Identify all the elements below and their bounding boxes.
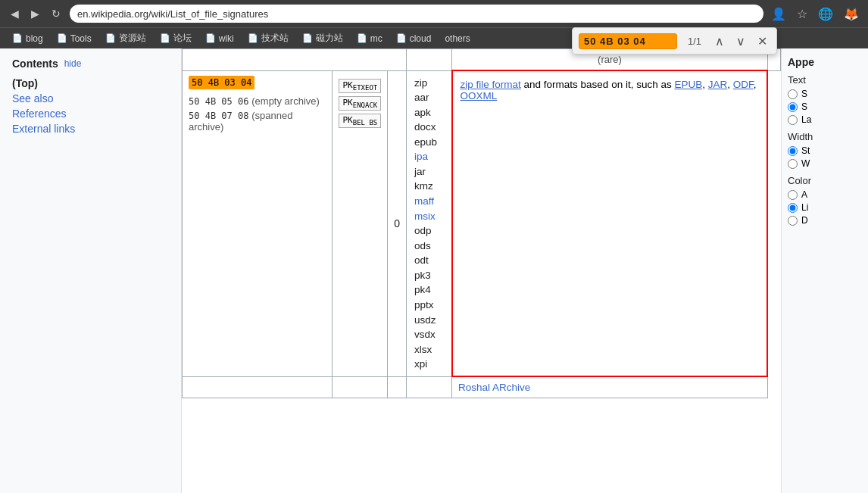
bookmark-tools[interactable]: 📄 Tools xyxy=(51,32,98,45)
find-input[interactable] xyxy=(579,33,677,49)
toc-link-seealso[interactable]: See also xyxy=(12,92,53,105)
width-option-1-label: St xyxy=(801,145,810,156)
extension-item: vsdx xyxy=(414,327,444,342)
toc-item-externallinks[interactable]: External links xyxy=(12,123,169,135)
desc-text: , xyxy=(727,79,733,90)
desc-link[interactable]: OOXML xyxy=(461,90,498,101)
bookmark-cloud[interactable]: 📄 cloud xyxy=(390,32,438,45)
right-panel: Appe Text S S La Width St W xyxy=(781,48,868,493)
page-layout: Contents hide (Top) See also References … xyxy=(0,48,868,493)
folder-icon: 📄 xyxy=(57,33,67,43)
extensions-cell: zipaarapkdocxepubipajarkmzmaffmsixodpods… xyxy=(407,70,452,376)
bookmark-label: Tools xyxy=(70,33,92,44)
bookmark-label: others xyxy=(445,33,470,44)
bookmark-luntan[interactable]: 📄 论坛 xyxy=(154,30,198,46)
right-panel-title: Appe xyxy=(788,56,862,68)
bookmark-label: wiki xyxy=(219,33,234,44)
color-section-label: Color xyxy=(788,175,862,186)
desc-link[interactable]: EPUB xyxy=(674,79,702,90)
toc-link-references[interactable]: References xyxy=(12,108,67,120)
pk-label-3: PKBEL BS xyxy=(339,114,381,128)
desc-link[interactable]: zip file format xyxy=(461,79,521,90)
bookmark-blog[interactable]: 📄 blog xyxy=(6,32,49,45)
nav-forward-button[interactable]: ▶ xyxy=(27,5,44,23)
hex-row2: 50 4B 05 06 xyxy=(189,96,248,107)
color-option-3-label: D xyxy=(801,215,808,226)
find-prev-button[interactable]: ∧ xyxy=(712,33,727,50)
extension-item[interactable]: maff xyxy=(414,194,444,209)
toc-header: Contents hide xyxy=(12,58,169,70)
rar-text-cell[interactable]: Roshal ARchive xyxy=(452,376,768,398)
extension-item: pptx xyxy=(414,298,444,313)
nav-back-button[interactable]: ◀ xyxy=(6,5,23,23)
toc-item-seealso[interactable]: See also xyxy=(12,92,169,105)
desc-text: and formats based on it, such as xyxy=(521,79,675,90)
bookmark-wiki[interactable]: 📄 wiki xyxy=(199,32,240,45)
find-next-button[interactable]: ∨ xyxy=(733,33,748,50)
color-option-1-label: A xyxy=(801,189,807,200)
find-close-button[interactable]: ✕ xyxy=(754,33,770,50)
extension-item: pk3 xyxy=(414,268,444,283)
toc-link-externallinks[interactable]: External links xyxy=(12,123,75,135)
nav-buttons: ◀ ▶ ↻ xyxy=(6,5,65,23)
text-option-1[interactable]: S xyxy=(788,89,862,99)
file-signatures-table: (rare) 50 4B 03 04 50 4B 05 06 (empty ar… xyxy=(182,48,781,398)
extension-icon[interactable]: 🦊 xyxy=(841,5,862,23)
color-option-2[interactable]: Li xyxy=(788,202,862,213)
color-radio-group: A Li D xyxy=(788,189,862,226)
bookmark-label: 资源站 xyxy=(119,32,146,45)
bookmark-label: 论坛 xyxy=(173,32,192,45)
desc-text: , xyxy=(754,79,757,90)
hex-sig-cell: 50 4B 03 04 50 4B 05 06 (empty archive) … xyxy=(183,70,333,376)
pk-label-1: PKETXEOT xyxy=(339,79,381,93)
color-option-1[interactable]: A xyxy=(788,189,862,200)
sidebar-toc: Contents hide (Top) See also References … xyxy=(0,48,182,493)
extension-item: apk xyxy=(414,105,444,120)
toc-link-top[interactable]: (Top) xyxy=(12,77,38,89)
text-section-label: Text xyxy=(788,74,862,86)
text-option-3-label: La xyxy=(801,114,811,125)
address-bar[interactable]: en.wikipedia.org/wiki/List_of_file_signa… xyxy=(70,5,763,23)
extension-item[interactable]: msix xyxy=(414,209,444,224)
bookmark-jishu[interactable]: 📄 技术站 xyxy=(242,30,295,46)
extension-item: aar xyxy=(414,90,444,105)
bookmark-others[interactable]: others xyxy=(439,32,476,45)
bookmark-mc[interactable]: 📄 mc xyxy=(351,32,389,45)
url-text: en.wikipedia.org/wiki/List_of_file_signa… xyxy=(77,8,268,20)
extension-item: jar xyxy=(414,164,444,179)
extension-item: odt xyxy=(414,253,444,268)
desc-link[interactable]: ODF xyxy=(733,79,754,90)
profile-icon[interactable]: 👤 xyxy=(768,5,789,23)
find-bar: 1/1 ∧ ∨ ✕ xyxy=(572,27,777,55)
browser-chrome: ◀ ▶ ↻ en.wikipedia.org/wiki/List_of_file… xyxy=(0,0,868,27)
bookmark-cili[interactable]: 📄 磁力站 xyxy=(296,30,349,46)
text-option-3[interactable]: La xyxy=(788,114,862,125)
extension-item[interactable]: ipa xyxy=(414,149,444,164)
toc-hide-button[interactable]: hide xyxy=(64,58,82,69)
extension-item: xpi xyxy=(414,357,444,372)
toc-item-top[interactable]: (Top) xyxy=(12,77,169,89)
nav-refresh-button[interactable]: ↻ xyxy=(47,5,65,23)
text-option-1-label: S xyxy=(801,89,807,99)
text-option-2-label: S xyxy=(801,101,807,112)
desc-link[interactable]: JAR xyxy=(708,79,728,90)
bookmark-star-icon[interactable]: ☆ xyxy=(794,5,810,23)
table-row-zip: 50 4B 03 04 50 4B 05 06 (empty archive) … xyxy=(183,70,781,376)
width-option-1[interactable]: St xyxy=(788,145,862,156)
width-option-2-label: W xyxy=(801,158,810,169)
extension-item: docx xyxy=(414,120,444,135)
extension-item: pk4 xyxy=(414,282,444,298)
bookmark-ziyuan[interactable]: 📄 资源站 xyxy=(99,30,152,46)
pk-label-2: PKENQACK xyxy=(339,96,381,111)
toc-item-references[interactable]: References xyxy=(12,108,169,120)
browser-icons: 👤 ☆ 🌐 🦊 xyxy=(768,5,862,23)
text-option-2[interactable]: S xyxy=(788,101,862,112)
hex-highlighted: 50 4B 03 04 xyxy=(189,76,254,89)
globe-icon[interactable]: 🌐 xyxy=(815,5,836,23)
desc-text: , xyxy=(702,79,708,90)
bookmark-label: cloud xyxy=(410,33,432,44)
width-option-2[interactable]: W xyxy=(788,158,862,169)
folder-icon: 📄 xyxy=(357,33,367,43)
color-option-3[interactable]: D xyxy=(788,215,862,226)
folder-icon: 📄 xyxy=(160,33,170,43)
